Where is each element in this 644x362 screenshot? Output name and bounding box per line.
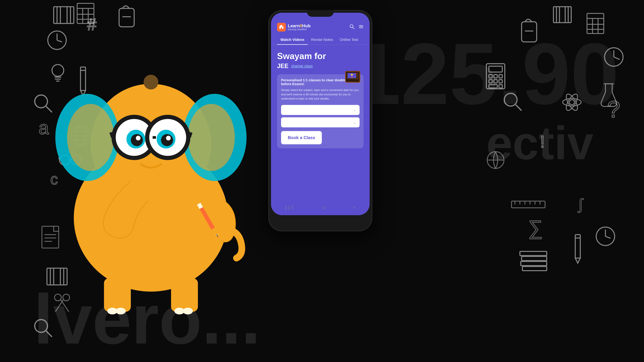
search-button[interactable] [350,24,354,30]
svg-text:∑: ∑ [528,216,543,239]
svg-text:!: ! [540,132,545,151]
svg-line-125 [111,132,112,137]
logo-part1: Learn [288,23,300,28]
phone-notch [307,10,334,17]
book-class-button[interactable]: Book a Class [281,131,322,144]
svg-point-139 [183,308,193,314]
svg-point-133 [144,75,158,89]
svg-point-132 [166,136,171,140]
svg-text:125.90: 125.90 [352,25,619,122]
svg-point-155 [356,73,357,74]
header-actions [350,24,364,30]
logo-zero: 0 [300,23,302,28]
svg-line-146 [353,27,354,29]
nav-home-circle[interactable]: ○ [322,204,325,211]
logo-part2: Hub [302,23,310,28]
phone-frame: Learn0Hub learning simplified [268,10,372,231]
welcome-greeting: Swayam for [277,51,364,61]
svg-rect-154 [347,79,358,80]
svg-rect-134 [104,278,131,312]
svg-text:∫: ∫ [578,196,584,213]
app-content: Swayam for JEE change class [271,45,370,215]
nav-recent-chevron[interactable]: ‹ [354,205,355,210]
elephant-mascot [50,17,252,319]
dropdown-chevron-icon: ⌄ [353,108,356,112]
teacher-thumbnail [345,71,360,83]
phone-mockup: Learn0Hub learning simplified [268,10,372,231]
tab-watch-videos[interactable]: Watch Videos [277,35,308,44]
android-nav-bar: | | | ○ ‹ [271,202,370,214]
svg-line-126 [190,132,191,137]
svg-point-144 [282,25,284,27]
svg-point-153 [351,74,353,76]
logo-text: Learn0Hub learning simplified [288,24,310,31]
subject-dropdown[interactable]: ⌄ [281,105,360,115]
svg-point-137 [116,308,126,314]
svg-point-130 [161,134,173,146]
class-label: JEE [277,62,288,69]
svg-point-131 [136,136,140,140]
tab-revise-notes[interactable]: Revise Notes [308,35,336,44]
svg-point-129 [131,134,143,146]
app-screen: Learn0Hub learning simplified [271,13,370,215]
nav-back-bars[interactable]: | | | [285,205,293,210]
welcome-class: JEE change class [277,62,364,69]
nav-tabs: Watch Videos Revise Notes Online Test [271,35,370,45]
svg-text:a: a [38,117,49,138]
logo-title: Learn0Hub [288,24,310,28]
dropdown-chevron2-icon: ⌄ [353,120,356,124]
svg-point-118 [67,104,114,171]
change-class-link[interactable]: change class [291,64,312,68]
tab-online-test[interactable]: Online Test [336,35,362,44]
logo-icon [277,23,286,31]
logo-subtitle: learning simplified [288,28,310,31]
svg-text:?: ? [607,96,620,122]
svg-rect-135 [171,278,198,312]
logo-area: Learn0Hub learning simplified [277,23,310,31]
svg-point-119 [188,104,235,171]
card-description: Simply select the subject, topic and a c… [281,88,360,101]
phone-screen: Learn0Hub learning simplified [271,13,370,215]
menu-button[interactable] [358,24,364,30]
topic-dropdown[interactable]: ⌄ [281,117,360,127]
booking-card: Personalised 1:1 classes to clear doubts… [277,74,364,148]
